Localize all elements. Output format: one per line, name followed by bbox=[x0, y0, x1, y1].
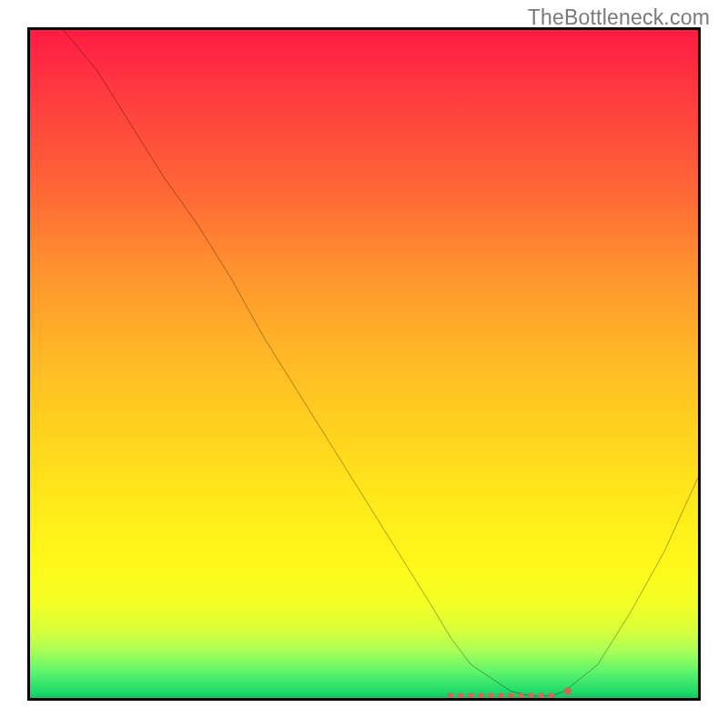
optimal-point bbox=[564, 688, 571, 695]
optimal-point bbox=[448, 693, 454, 698]
optimal-point bbox=[538, 693, 544, 698]
optimal-point bbox=[548, 693, 554, 698]
optimal-point bbox=[478, 693, 484, 698]
optimal-point bbox=[488, 693, 494, 698]
watermark-text: TheBottleneck.com bbox=[528, 5, 710, 30]
optimal-point bbox=[458, 693, 464, 698]
optimal-point bbox=[528, 693, 534, 698]
optimal-range-markers bbox=[30, 30, 698, 698]
chart-container: TheBottleneck.com bbox=[0, 0, 728, 728]
plot-area bbox=[27, 27, 701, 701]
optimal-point bbox=[508, 693, 514, 698]
optimal-point bbox=[498, 693, 504, 698]
optimal-point bbox=[468, 693, 474, 698]
optimal-point bbox=[518, 693, 524, 698]
